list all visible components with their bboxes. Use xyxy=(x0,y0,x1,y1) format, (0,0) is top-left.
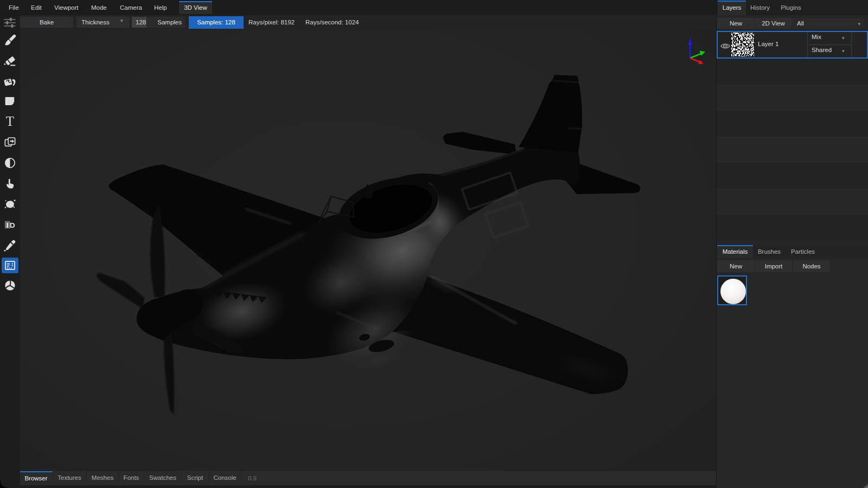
svg-text:I: I xyxy=(7,221,9,229)
svg-text:D: D xyxy=(10,221,15,229)
svg-text:T: T xyxy=(6,115,14,129)
